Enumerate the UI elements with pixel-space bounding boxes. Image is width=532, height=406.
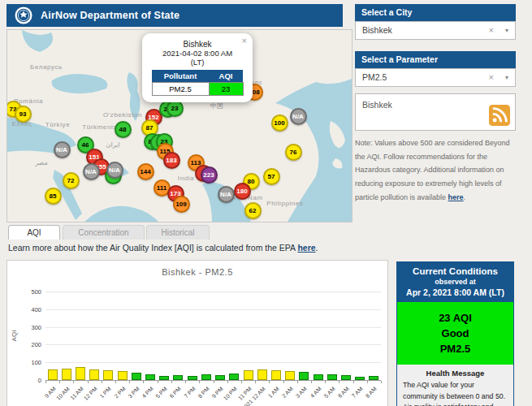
popup-close-icon[interactable]: × [242, 36, 247, 45]
map-place-label: مصر [35, 159, 48, 166]
tab-aqi[interactable]: AQI [8, 225, 60, 240]
aqi-marker[interactable]: 76 [285, 144, 302, 161]
cc-subtitle: observed at [399, 278, 512, 286]
cc-health-block: Health Message The AQI value for your co… [397, 365, 513, 406]
x-axis-tick [241, 381, 242, 383]
chart-bar[interactable] [314, 374, 323, 380]
tab-historical[interactable]: Historical [146, 225, 210, 240]
x-axis-tick [185, 381, 186, 383]
map-place-label: 中国 [210, 102, 223, 110]
chart-bar[interactable] [103, 370, 113, 380]
parameter-select[interactable]: PM2.5 × ▾ [355, 68, 516, 87]
chart-bar[interactable] [271, 370, 281, 380]
chart-bar[interactable] [244, 370, 253, 380]
aqi-marker[interactable]: 48 [115, 121, 132, 138]
x-axis-tick [367, 381, 368, 383]
chart-bar[interactable] [327, 374, 337, 380]
x-axis-tick [171, 381, 172, 383]
tab-concentration[interactable]: Concentration [63, 225, 145, 240]
chart-bar[interactable] [48, 369, 58, 380]
y-axis-tick-label: 0 [17, 377, 41, 384]
select-city-header: Select a City [355, 4, 516, 21]
aqi-marker[interactable]: N/A [106, 162, 123, 179]
aqi-chart: Bishkek - PM2.5 AQI 01002003004005009 AM… [6, 260, 388, 406]
aqi-marker[interactable]: 85 [45, 188, 62, 205]
y-axis-tick-label: 400 [17, 306, 41, 313]
aqi-marker[interactable]: N/A [54, 141, 71, 158]
aqi-marker[interactable]: 109 [173, 196, 190, 213]
x-axis-tick [45, 381, 46, 383]
aqi-marker[interactable]: 183 [163, 152, 180, 169]
chart-gridline [45, 292, 381, 292]
note-period: . [464, 193, 466, 201]
chart-bar[interactable] [355, 377, 365, 380]
map-place-label: Türkiye [45, 121, 70, 128]
x-axis-tick [227, 381, 228, 383]
chart-bar[interactable] [215, 375, 225, 380]
chart-bar[interactable] [173, 375, 183, 380]
rss-feed-box: Bishkek [355, 93, 516, 131]
y-axis-tick-label: 200 [17, 341, 41, 348]
aqi-marker[interactable]: N/A [218, 186, 235, 203]
aqi-marker[interactable]: 100 [271, 114, 288, 132]
select-parameter-header: Select a Parameter [355, 51, 516, 68]
chart-bar[interactable] [229, 374, 239, 380]
chart-bar[interactable] [89, 369, 99, 380]
current-conditions-panel: Current Conditions observed at Apr 2, 20… [396, 261, 514, 406]
chart-bar[interactable] [188, 376, 197, 380]
x-axis-tick [283, 381, 284, 383]
note-here-link[interactable]: here [448, 193, 464, 201]
chevron-down-icon[interactable]: ▾ [505, 22, 508, 39]
chart-bar[interactable] [257, 369, 267, 380]
aqi-marker[interactable]: 93 [15, 106, 32, 123]
chart-bar[interactable] [341, 375, 351, 380]
aqi-marker[interactable]: 57 [263, 168, 280, 185]
aqi-marker[interactable]: 180 [234, 183, 251, 200]
x-axis-tick [102, 381, 102, 383]
aqi-marker[interactable]: 72 [63, 172, 80, 189]
chart-bar[interactable] [285, 371, 295, 380]
chart-bar[interactable] [201, 374, 211, 380]
map-popup: × Bishkek 2021-04-02 8:00 AM (LT) Pollut… [142, 33, 253, 102]
aqi-marker[interactable]: N/A [83, 163, 100, 180]
x-axis-tick [115, 381, 116, 383]
x-axis-tick [59, 381, 60, 383]
epa-here-link[interactable]: here [297, 243, 315, 253]
aqi-map[interactable]: УкраїнаБеларусьRomâniaΕλλάςTürkiyeO'zbek… [6, 29, 353, 222]
y-axis-tick-label: 300 [17, 324, 41, 331]
chevron-down-icon[interactable]: ▾ [505, 69, 508, 86]
cc-health-text: The AQI value for your community is betw… [403, 380, 508, 406]
clear-icon[interactable]: × [489, 69, 494, 86]
x-axis-tick [297, 381, 298, 383]
chart-bar[interactable] [132, 373, 141, 380]
x-axis-tick [339, 381, 340, 383]
popup-aqi-value: 23 [209, 83, 243, 96]
chart-bar[interactable] [299, 372, 309, 380]
map-place-label: Philippines [266, 200, 303, 207]
city-select[interactable]: Bishkek × ▾ [355, 21, 516, 40]
chart-bar[interactable] [76, 367, 85, 380]
chart-bar[interactable] [159, 376, 169, 380]
chart-gridline [45, 362, 381, 363]
clear-icon[interactable]: × [489, 22, 494, 39]
popup-col-aqi: AQI [209, 70, 243, 83]
map-place-label: O'zbekiston [103, 111, 142, 119]
city-select-value: Bishkek [362, 25, 392, 35]
map-place-label: India [178, 175, 194, 182]
aqi-marker[interactable]: N/A [290, 108, 307, 125]
map-place-label: ایران [106, 141, 120, 149]
aqi-marker[interactable]: 62 [244, 202, 262, 219]
aqi-marker[interactable]: 223 [201, 166, 218, 184]
rss-icon[interactable] [489, 105, 510, 126]
popup-table: Pollutant AQI PM2.5 23 [152, 70, 244, 96]
chart-bar[interactable] [62, 369, 71, 380]
cc-aqi-parameter: PM2.5 [399, 341, 512, 356]
chart-bar[interactable] [145, 374, 155, 380]
chart-bar[interactable] [369, 376, 378, 380]
learn-more-period: . [316, 243, 318, 253]
learn-more-pre: Learn more about how the Air Quality Ind… [8, 243, 297, 253]
x-axis-tick [73, 381, 74, 383]
aqi-marker[interactable]: 144 [137, 163, 154, 180]
chart-bar[interactable] [118, 371, 128, 380]
app-header: AirNow Department of State [6, 4, 343, 27]
